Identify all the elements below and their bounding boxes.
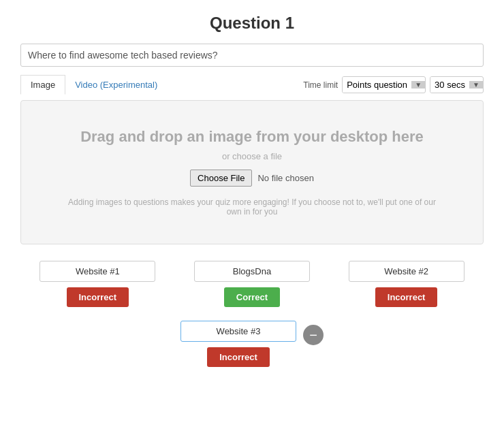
points-question-select-wrapper[interactable]: Points question ▼ (342, 76, 426, 93)
dropzone-title: Drag and drop an image from your desktop… (80, 128, 424, 146)
dropzone-note: Adding images to questions makes your qu… (61, 197, 443, 217)
answer-incorrect-btn-bottom[interactable]: Incorrect (207, 347, 270, 367)
answer-col-1: Correct (194, 261, 310, 307)
tab-video[interactable]: Video (Experimental) (65, 76, 167, 94)
time-limit-label: Time limit (303, 80, 338, 90)
answer-input-bottom[interactable] (180, 321, 296, 342)
answer-input-0[interactable] (40, 261, 155, 282)
points-question-select[interactable]: Points question (343, 77, 411, 93)
answer-incorrect-btn-0[interactable]: Incorrect (67, 287, 129, 307)
file-row: Choose File No file chosen (190, 170, 314, 187)
no-file-text: No file chosen (257, 173, 313, 183)
controls-right: Time limit Points question ▼ 30 secs ▼ (303, 76, 484, 93)
bottom-answer-row: Incorrect − (20, 321, 484, 367)
time-secs-select[interactable]: 30 secs (430, 77, 469, 93)
tabs-row: Image Video (Experimental) (20, 75, 167, 95)
points-question-arrow-icon: ▼ (411, 81, 425, 89)
page-title: Question 1 (20, 14, 484, 33)
answers-grid: Incorrect Correct Incorrect (20, 261, 484, 307)
answer-correct-btn-1[interactable]: Correct (224, 287, 280, 307)
time-secs-select-wrapper[interactable]: 30 secs ▼ (430, 76, 484, 93)
time-secs-arrow-icon: ▼ (469, 81, 483, 89)
answer-incorrect-btn-2[interactable]: Incorrect (375, 287, 438, 307)
choose-file-button[interactable]: Choose File (190, 170, 252, 187)
answer-col-0: Incorrect (40, 261, 155, 307)
answer-col-bottom: Incorrect (180, 321, 296, 367)
answer-input-2[interactable] (349, 261, 464, 282)
question-input[interactable] (20, 44, 484, 67)
dropzone-or-text: or choose a file (222, 151, 282, 161)
remove-answer-button[interactable]: − (303, 325, 324, 345)
answer-input-1[interactable] (194, 261, 310, 282)
dropzone: Drag and drop an image from your desktop… (20, 100, 484, 244)
tab-image[interactable]: Image (20, 75, 65, 95)
answer-col-2: Incorrect (349, 261, 464, 307)
